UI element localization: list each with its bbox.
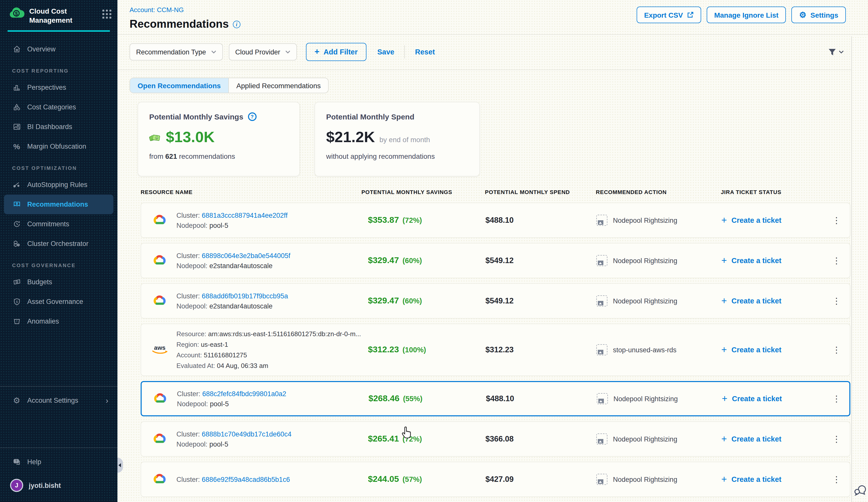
cluster-link[interactable]: 68898c064e3e2ba0e544005f xyxy=(202,252,290,259)
add-filter-button[interactable]: + Add Filter xyxy=(306,43,366,61)
action-cell: Nodepool Rightsizing xyxy=(597,393,722,404)
sidebar-item-budgets[interactable]: Budgets xyxy=(0,272,117,292)
sidebar-item-label: Cluster Orchestrator xyxy=(27,240,89,248)
cluster-link[interactable]: 688c2fefc84fbdc99801a0a2 xyxy=(203,390,286,397)
action-cell: Nodepool Rightsizing xyxy=(596,215,721,226)
resource-center-icon[interactable] xyxy=(854,483,867,496)
table-row[interactable]: Cluster: 6886e92f59a48cad86b5b1c6 $244.0… xyxy=(141,462,850,497)
sidebar-item-margin-obfuscation[interactable]: % Margin Obfuscation xyxy=(0,137,117,157)
plus-icon: + xyxy=(721,215,727,226)
rightsizing-icon xyxy=(596,344,607,355)
sidebar-item-cost-categories[interactable]: Cost Categories xyxy=(0,97,117,117)
action-cell: Nodepool Rightsizing xyxy=(596,433,721,445)
sidebar-item-commitments[interactable]: Commitments xyxy=(0,215,117,234)
spend-subtext: without applying recommendations xyxy=(326,152,468,160)
tab-open-recommendations[interactable]: Open Recommendations xyxy=(130,78,228,93)
potential-monthly-spend-card: Potential Monthly Spend $21.2K by end of… xyxy=(314,102,480,176)
table-row[interactable]: Cluster: 6888b1c70e49db17c1de60c4 Nodepo… xyxy=(141,421,850,457)
sidebar-item-label: Asset Governance xyxy=(27,298,83,306)
row-kebab-menu[interactable]: ⋮ xyxy=(829,255,844,266)
chevron-down-icon xyxy=(839,51,844,54)
recommendation-type-dropdown[interactable]: Recommendation Type xyxy=(130,44,223,61)
gcp-logo-icon xyxy=(151,295,168,307)
cluster-link[interactable]: 6888b1c70e49db17c1de60c4 xyxy=(202,430,292,438)
table-row[interactable]: aws Resource: arn:aws:rds:us-east-1:5116… xyxy=(141,324,850,376)
spend-cell: $488.10 xyxy=(485,216,596,225)
table-row[interactable]: Cluster: 688add6fb019b17f9bccb95a Nodepo… xyxy=(141,283,850,318)
sidebar-item-label: Commitments xyxy=(27,220,69,228)
row-kebab-menu[interactable]: ⋮ xyxy=(829,434,844,444)
sidebar-item-label: Help xyxy=(27,458,41,466)
sidebar-item-autostopping-rules[interactable]: AutoStopping Rules xyxy=(0,175,117,195)
create-ticket-button[interactable]: + Create a ticket xyxy=(721,295,824,306)
table-row[interactable]: Cluster: 68898c064e3e2ba0e544005f Nodepo… xyxy=(141,243,850,278)
create-ticket-button[interactable]: + Create a ticket xyxy=(721,215,824,226)
plus-icon: + xyxy=(721,474,727,485)
row-kebab-menu[interactable]: ⋮ xyxy=(829,215,844,226)
shapes-icon xyxy=(12,103,21,112)
cluster-link[interactable]: 688add6fb019b17f9bccb95a xyxy=(202,292,288,300)
sidebar-item-perspectives[interactable]: Perspectives xyxy=(0,78,117,97)
cluster-link[interactable]: 6886e92f59a48cad86b5b1c6 xyxy=(202,475,290,483)
sidebar-item-recommendations[interactable]: Recommendations xyxy=(4,195,113,215)
cloud-provider-dropdown[interactable]: Cloud Provider xyxy=(229,44,297,61)
chevron-right-icon: › xyxy=(106,396,112,405)
table-header: RESOURCE NAME POTENTIAL MONTHLY SAVINGS … xyxy=(141,189,850,202)
action-cell: Nodepool Rightsizing xyxy=(596,474,721,485)
save-filter-button[interactable]: Save xyxy=(377,48,394,56)
reset-filter-button[interactable]: Reset xyxy=(415,48,435,56)
table-row[interactable]: Cluster: 6881a3ccc887941a4ee202ff Nodepo… xyxy=(141,202,850,238)
export-csv-button[interactable]: Export CSV xyxy=(637,7,701,23)
create-ticket-button[interactable]: + Create a ticket xyxy=(721,474,824,485)
help-circle-icon[interactable]: ? xyxy=(248,112,256,121)
account-breadcrumb[interactable]: Account: CCM-NG xyxy=(130,6,184,14)
plus-icon: + xyxy=(721,344,727,355)
sidebar-item-label: Recommendations xyxy=(27,201,88,208)
sidebar-item-cluster-orchestrator[interactable]: Cluster Orchestrator xyxy=(0,234,117,254)
svg-text:$: $ xyxy=(156,136,157,139)
savings-cell: $268.46(55%) xyxy=(362,394,486,404)
settings-button[interactable]: ⚙ Settings xyxy=(792,7,846,23)
chevron-down-icon xyxy=(285,51,290,54)
sidebar-item-asset-governance[interactable]: $ Asset Governance xyxy=(0,292,117,312)
manage-ignore-list-button[interactable]: Manage Ignore List xyxy=(707,7,786,23)
sidebar-item-label: BI Dashboards xyxy=(27,123,72,131)
gear-icon: ⚙ xyxy=(12,396,21,405)
row-kebab-menu[interactable]: ⋮ xyxy=(829,296,844,306)
sidebar-item-anomalies[interactable]: ! Anomalies xyxy=(0,312,117,331)
info-icon[interactable]: i xyxy=(233,20,240,28)
create-ticket-button[interactable]: + Create a ticket xyxy=(721,255,824,266)
row-kebab-menu[interactable]: ⋮ xyxy=(829,394,844,404)
sidebar-item-overview[interactable]: Overview xyxy=(0,40,117,59)
scrollbar-gutter[interactable] xyxy=(851,36,868,502)
sidebar-item-bi-dashboards[interactable]: BI Dashboards xyxy=(0,117,117,137)
row-kebab-menu[interactable]: ⋮ xyxy=(829,345,844,355)
gear-icon: ⚙ xyxy=(799,10,806,20)
action-cell: Nodepool Rightsizing xyxy=(596,295,721,306)
create-ticket-button[interactable]: + Create a ticket xyxy=(721,433,824,445)
cluster-link[interactable]: 6881a3ccc887941a4ee202ff xyxy=(202,211,288,219)
module-grid-icon[interactable] xyxy=(102,10,111,19)
gcp-logo-icon xyxy=(151,214,168,226)
rightsizing-icon xyxy=(596,295,607,306)
sidebar-item-label: Overview xyxy=(27,45,56,53)
page-title: Recommendations xyxy=(130,18,229,31)
sidebar-item-account-settings[interactable]: ⚙ Account Settings › xyxy=(0,390,117,410)
recommendations-icon xyxy=(12,200,21,209)
create-ticket-button[interactable]: + Create a ticket xyxy=(721,344,824,355)
sidebar: $ Cloud Cost Management Overview COST RE… xyxy=(0,0,117,502)
row-kebab-menu[interactable]: ⋮ xyxy=(829,474,844,484)
spend-cell: $488.10 xyxy=(486,394,597,403)
filter-panel-toggle[interactable] xyxy=(828,49,844,56)
spend-cell: $549.12 xyxy=(485,296,596,305)
table-row-selected[interactable]: Cluster: 688c2fefc84fbdc99801a0a2 Nodepo… xyxy=(141,381,850,416)
col-jira-ticket-status: JIRA TICKET STATUS xyxy=(721,189,823,195)
spend-cell: $427.09 xyxy=(485,475,596,484)
shield-dollar-icon: $ xyxy=(12,297,21,306)
user-profile[interactable]: J jyoti.bisht xyxy=(0,474,117,497)
sidebar-item-label: Perspectives xyxy=(27,84,66,92)
tab-applied-recommendations[interactable]: Applied Recommendations xyxy=(228,78,328,93)
create-ticket-button[interactable]: + Create a ticket xyxy=(722,393,824,404)
sidebar-item-help[interactable]: ? Help xyxy=(0,452,117,472)
sidebar-item-label: AutoStopping Rules xyxy=(27,181,87,189)
